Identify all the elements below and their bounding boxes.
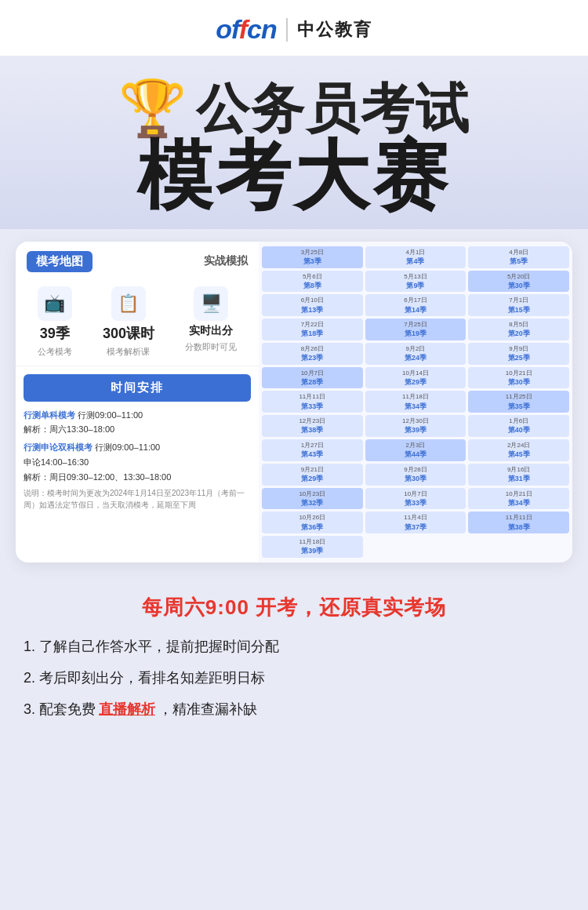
feature-text-1: 2. 考后即刻出分，看排名知差距明日标 <box>24 668 265 687</box>
schedule-link-0[interactable]: 行测单科模考 <box>24 410 75 420</box>
cal-cell: 5月6日第8季 <box>262 271 363 293</box>
stat-number-0: 39季 <box>40 324 70 343</box>
stat-number-1: 300课时 <box>103 324 154 343</box>
cal-cell: 11月11日第33季 <box>262 391 363 413</box>
feature-item-2: 3. 配套免费 直播解析 ，精准查漏补缺 <box>24 700 564 719</box>
cal-cell: 4月1日第4季 <box>365 246 466 268</box>
schedule-content: 行测单科模考 行测09:00–11:00 解析：周六13:30–18:00 行测… <box>16 408 259 517</box>
cal-cell: 10月14日第29季 <box>365 367 466 389</box>
cal-cell: 10月26日第36季 <box>262 511 363 533</box>
cal-cell: 5月20日第30季 <box>468 271 569 293</box>
stat-item-2: 🖥️ 实时出分 分数即时可见 <box>185 286 237 358</box>
logo-offcn: offcn <box>216 14 277 45</box>
cal-cell: 9月21日第29季 <box>262 464 363 486</box>
stat-item-1: 📋 300课时 模考解析课 <box>103 286 154 358</box>
cal-cell: 8月5日第20季 <box>468 318 569 340</box>
hero-title-1: 公务员考试 <box>196 79 470 138</box>
schedule-note: 说明：模考时间为更改为2024年1月14日至2023年11月（考前一周）如遇法定… <box>24 487 251 511</box>
cal-cell: 11月18日第39季 <box>262 536 363 558</box>
stat-label-0: 公考模考 <box>38 346 72 358</box>
cal-cell: 10月21日第30季 <box>468 367 569 389</box>
cal-cell: 7月1日第15季 <box>468 294 569 316</box>
cal-cell: 4月8日第5季 <box>468 246 569 268</box>
feature-item-1: 2. 考后即刻出分，看排名知差距明日标 <box>24 668 564 687</box>
schedule-parse-1: 解析：周日09:30–12:00、13:30–18:00 <box>24 472 171 482</box>
schedule-parse-0: 解析：周六13:30–18:00 <box>24 424 114 434</box>
cal-cell: 6月10日第13季 <box>262 294 363 316</box>
card-tag: 模考地图 <box>27 251 93 272</box>
schedule-time-0: 行测09:00–11:00 <box>78 410 143 420</box>
header: offcn 中公教育 <box>0 0 588 56</box>
hero-section: 🏆 公务员考试 模考大赛 <box>0 56 588 229</box>
stat-item-0: 📺 39季 公考模考 <box>38 286 72 358</box>
cal-cell: 1月27日第43季 <box>262 439 363 461</box>
cal-cell: 9月16日第31季 <box>468 464 569 486</box>
stat-label-1: 模考解析课 <box>107 346 150 358</box>
cal-cell: 10月7日第28季 <box>262 367 363 389</box>
cal-cell: 11月11日第38季 <box>468 511 569 533</box>
cal-cell: 6月17日第14季 <box>365 294 466 316</box>
stat-icon-2: 🖥️ <box>194 286 228 321</box>
stat-icon-0: 📺 <box>38 286 72 321</box>
schedule-item-1: 行测申论双科模考 行测09:00–11:00申论14:00–16:30 解析：周… <box>24 440 251 484</box>
feature-text-2-after: ，精准查漏补缺 <box>158 700 257 719</box>
card-left: 模考地图 实战模拟 📺 39季 公考模考 📋 300课时 模考解析课 🖥️ 实时… <box>16 242 259 562</box>
stat-icon-1: 📋 <box>111 286 146 321</box>
calendar-grid: 3月25日第3季4月1日第4季4月8日第5季5月6日第8季5月13日第9季5月2… <box>262 246 569 558</box>
main-card: 模考地图 实战模拟 📺 39季 公考模考 📋 300课时 模考解析课 🖥️ 实时… <box>16 242 572 562</box>
trophy-icon: 🏆 <box>118 81 187 136</box>
cal-cell: 9月28日第30季 <box>365 464 466 486</box>
feature-item-0: 1. 了解自己作答水平，提前把握时间分配 <box>24 637 564 656</box>
cal-cell: 8月26日第23季 <box>262 343 363 365</box>
cal-cell: 9月2日第24季 <box>365 343 466 365</box>
schedule-button[interactable]: 时间安排 <box>24 374 251 402</box>
card-section: 模考地图 实战模拟 📺 39季 公考模考 📋 300课时 模考解析课 🖥️ 实时… <box>0 229 588 578</box>
cal-cell: 10月23日第32季 <box>262 488 363 510</box>
schedule-item-0: 行测单科模考 行测09:00–11:00 解析：周六13:30–18:00 <box>24 408 251 437</box>
card-calendar: 3月25日第3季4月1日第4季4月8日第5季5月6日第8季5月13日第9季5月2… <box>259 242 572 562</box>
cal-cell: 11月4日第37季 <box>365 511 466 533</box>
cal-cell: 10月21日第34季 <box>468 488 569 510</box>
cal-cell: 5月13日第9季 <box>365 271 466 293</box>
feature-link[interactable]: 直播解析 <box>99 700 155 719</box>
logo-divider <box>286 18 288 42</box>
cal-cell: 2月3日第44季 <box>365 439 466 461</box>
cal-cell: 10月7日第33季 <box>365 488 466 510</box>
cal-cell: 7月25日第19季 <box>365 318 466 340</box>
cal-cell: 12月30日第39季 <box>365 415 466 437</box>
card-right-label: 实战模拟 <box>204 254 248 268</box>
feature-list: 1. 了解自己作答水平，提前把握时间分配 2. 考后即刻出分，看排名知差距明日标… <box>24 637 564 719</box>
logo-text: 中公教育 <box>297 18 372 42</box>
cal-cell: 11月18日第34季 <box>365 391 466 413</box>
bottom-title: 每周六9:00 开考，还原真实考场 <box>24 594 564 621</box>
stat-label-2: 分数即时可见 <box>185 341 237 353</box>
hero-title-row: 🏆 公务员考试 <box>31 79 557 138</box>
cal-cell: 11月25日第35季 <box>468 391 569 413</box>
hero-title-2: 模考大赛 <box>31 138 557 213</box>
cal-cell: 7月22日第18季 <box>262 318 363 340</box>
stats-row: 📺 39季 公考模考 📋 300课时 模考解析课 🖥️ 实时出分 分数即时可见 <box>16 280 259 366</box>
cal-cell: 3月25日第3季 <box>262 246 363 268</box>
cal-cell: 1月6日第40季 <box>468 415 569 437</box>
feature-text-0: 1. 了解自己作答水平，提前把握时间分配 <box>24 637 279 656</box>
cal-cell: 9月9日第25季 <box>468 343 569 365</box>
cal-cell: 12月23日第38季 <box>262 415 363 437</box>
cal-cell: 2月24日第45季 <box>468 439 569 461</box>
stat-number-2: 实时出分 <box>189 324 233 338</box>
schedule-link-1[interactable]: 行测申论双科模考 <box>24 442 93 452</box>
card-header: 模考地图 实战模拟 <box>16 242 259 280</box>
bottom-section: 每周六9:00 开考，还原真实考场 1. 了解自己作答水平，提前把握时间分配 2… <box>0 578 588 742</box>
feature-text-2-before: 3. 配套免费 <box>24 700 96 719</box>
